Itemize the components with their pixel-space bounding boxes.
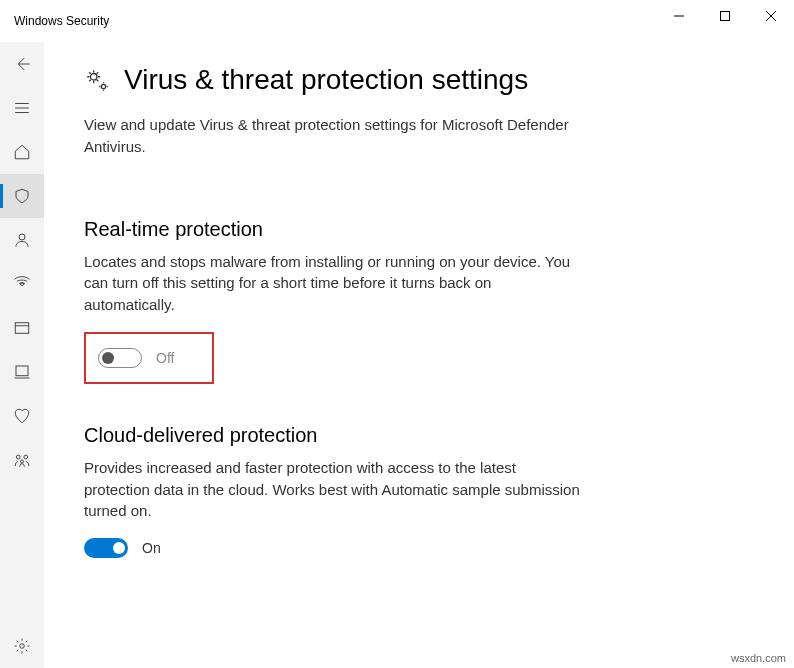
sidebar-item-firewall[interactable] [0, 262, 44, 306]
cloud-toggle-label: On [142, 540, 161, 556]
content-area: Virus & threat protection settings View … [44, 42, 794, 668]
hamburger-icon [13, 99, 31, 117]
window-title: Windows Security [14, 14, 109, 28]
settings-gears-icon [84, 67, 110, 93]
close-button[interactable] [748, 0, 794, 32]
sidebar-item-home[interactable] [0, 130, 44, 174]
network-icon [13, 275, 31, 293]
cloud-desc: Provides increased and faster protection… [84, 457, 584, 522]
sidebar-item-account[interactable] [0, 218, 44, 262]
cloud-protection-section: Cloud-delivered protection Provides incr… [84, 424, 584, 558]
svg-point-7 [19, 234, 25, 240]
device-icon [13, 363, 31, 381]
realtime-desc: Locates and stops malware from installin… [84, 251, 584, 316]
sidebar [0, 42, 44, 668]
maximize-button[interactable] [702, 0, 748, 32]
family-icon [13, 451, 31, 469]
realtime-title: Real-time protection [84, 218, 584, 241]
svg-rect-1 [721, 12, 730, 21]
heart-icon [13, 407, 31, 425]
svg-point-15 [21, 460, 24, 463]
svg-point-13 [16, 455, 20, 459]
sidebar-item-app-browser[interactable] [0, 306, 44, 350]
minimize-button[interactable] [656, 0, 702, 32]
realtime-toggle[interactable] [98, 348, 142, 368]
sidebar-item-device-security[interactable] [0, 350, 44, 394]
home-icon [13, 143, 31, 161]
watermark: wsxdn.com [731, 652, 786, 664]
shield-icon [13, 187, 31, 205]
page-header: Virus & threat protection settings [84, 64, 754, 96]
svg-point-14 [24, 455, 28, 459]
cloud-title: Cloud-delivered protection [84, 424, 584, 447]
window-icon [13, 319, 31, 337]
page-title: Virus & threat protection settings [124, 64, 528, 96]
arrow-left-icon [13, 55, 31, 73]
titlebar: Windows Security [0, 0, 794, 42]
realtime-highlight-box: Off [84, 332, 214, 384]
sidebar-item-family[interactable] [0, 438, 44, 482]
gear-icon [13, 637, 31, 655]
realtime-protection-section: Real-time protection Locates and stops m… [84, 218, 584, 384]
menu-button[interactable] [0, 86, 44, 130]
person-icon [13, 231, 31, 249]
window-controls [656, 0, 794, 32]
cloud-toggle[interactable] [84, 538, 128, 558]
svg-rect-11 [16, 366, 28, 376]
svg-point-16 [20, 644, 25, 649]
back-button[interactable] [0, 42, 44, 86]
svg-rect-9 [15, 323, 29, 334]
sidebar-item-settings[interactable] [0, 624, 44, 668]
svg-point-17 [91, 74, 98, 81]
page-subtitle: View and update Virus & threat protectio… [84, 114, 574, 158]
sidebar-item-device-health[interactable] [0, 394, 44, 438]
sidebar-item-virus-threat[interactable] [0, 174, 44, 218]
realtime-toggle-label: Off [156, 350, 174, 366]
svg-point-18 [101, 84, 105, 88]
